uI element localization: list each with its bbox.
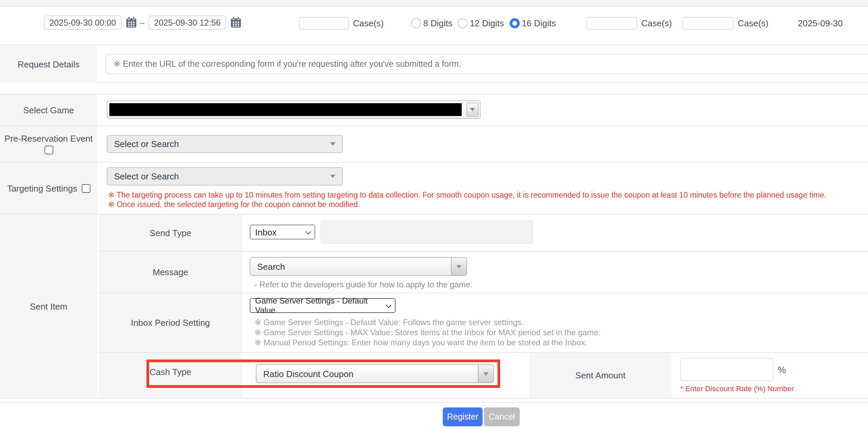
- pre-reservation-checkbox[interactable]: [44, 146, 53, 154]
- targeting-note-2: ※ Once issued, the selected targeting fo…: [108, 200, 360, 209]
- message-dropdown[interactable]: Search: [250, 257, 467, 276]
- targeting-note-1: ※ The targeting process can take up to 1…: [108, 190, 826, 200]
- register-button[interactable]: Register: [443, 407, 483, 426]
- chevron-down-icon: [386, 302, 391, 308]
- select-game-arrow-button[interactable]: [466, 103, 479, 117]
- select-game-dropdown[interactable]: [107, 101, 481, 119]
- top-strip: [0, 0, 868, 7]
- period-start-input[interactable]: [44, 16, 121, 30]
- sent-amount-note: * Enter Discount Rate (%) Number: [680, 384, 794, 393]
- targeting-label-block: Targeting Settings: [0, 163, 97, 214]
- pre-reservation-dropdown-value: Select or Search: [114, 139, 179, 149]
- case-count-input-3[interactable]: [682, 17, 734, 30]
- sent-amount-label: Sent Amount: [529, 353, 672, 398]
- message-dropdown-value: Search: [250, 261, 451, 271]
- request-details-label: Request Details: [0, 46, 97, 83]
- radio-16-digits[interactable]: [510, 18, 520, 28]
- radio-12-digits[interactable]: [458, 18, 468, 28]
- case-unit-label-1: Case(s): [353, 18, 384, 28]
- chevron-down-icon: [330, 175, 335, 178]
- inbox-period-note-3: ※ Manual Period Settings: Enter how many…: [254, 338, 587, 347]
- radio-16-digits-label[interactable]: 16 Digits: [522, 18, 556, 28]
- chevron-down-icon: [305, 229, 311, 234]
- pre-reservation-dropdown[interactable]: Select or Search: [107, 135, 343, 153]
- message-note: - Refer to the developers guide for how …: [254, 280, 472, 289]
- case-unit-label-2: Case(s): [641, 18, 672, 28]
- sent-item-label: Sent Item: [0, 214, 97, 398]
- targeting-checkbox[interactable]: [81, 184, 90, 193]
- radio-8-digits[interactable]: [411, 18, 421, 28]
- sent-amount-input[interactable]: [680, 358, 774, 381]
- cash-type-highlight-box: [146, 360, 500, 388]
- targeting-dropdown[interactable]: Select or Search: [107, 167, 343, 185]
- send-type-select[interactable]: Inbox: [250, 225, 315, 239]
- inbox-period-select[interactable]: Game Server Settings - Default Value: [250, 298, 396, 313]
- send-type-select-value: Inbox: [255, 227, 277, 237]
- inbox-period-label: Inbox Period Setting: [99, 293, 242, 352]
- case-count-input-2[interactable]: [587, 17, 637, 30]
- select-game-label: Select Game: [0, 94, 97, 125]
- period-separator: ~: [140, 18, 145, 28]
- message-dropdown-arrow[interactable]: [451, 258, 466, 275]
- period-end-input[interactable]: [148, 16, 226, 30]
- chevron-down-icon: [470, 108, 475, 111]
- inbox-period-note-2: ※ Game Server Settings - MAX Value: Stor…: [254, 328, 600, 337]
- send-type-label: Send Type: [99, 214, 242, 251]
- calendar-icon[interactable]: [230, 16, 242, 28]
- radio-12-digits-label[interactable]: 12 Digits: [470, 18, 504, 28]
- inbox-period-select-value: Game Server Settings - Default Value: [255, 296, 386, 315]
- sent-amount-unit: %: [778, 364, 786, 375]
- message-label: Message: [99, 252, 242, 293]
- calendar-icon[interactable]: [126, 16, 137, 28]
- coupon-request-form: ~ Case(s) 8 Digits 12 Digits 16 Digits C…: [0, 0, 868, 429]
- case-count-input-1[interactable]: [299, 17, 349, 30]
- cancel-button[interactable]: Cancel: [484, 407, 520, 426]
- chevron-down-icon: [456, 265, 462, 268]
- case-unit-label-3: Case(s): [738, 18, 768, 28]
- send-type-extra-input: [321, 221, 533, 244]
- targeting-label: Targeting Settings: [7, 183, 77, 193]
- request-details-input[interactable]: [105, 54, 868, 74]
- select-game-value-redacted: [109, 103, 462, 116]
- pre-reservation-label-block: Pre-Reservation Event: [0, 126, 97, 162]
- pre-reservation-label: Pre-Reservation Event: [4, 134, 93, 144]
- radio-8-digits-label[interactable]: 8 Digits: [423, 18, 453, 28]
- request-date-text: 2025-09-30: [798, 18, 843, 28]
- chevron-down-icon: [330, 142, 335, 146]
- targeting-dropdown-value: Select or Search: [114, 171, 179, 181]
- inbox-period-note-1: ※ Game Server Settings - Default Value: …: [254, 318, 523, 327]
